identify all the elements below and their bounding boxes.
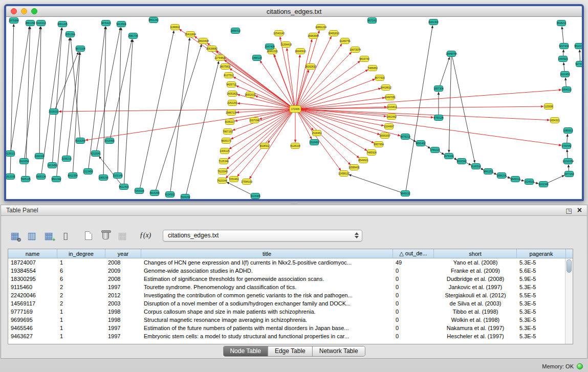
network-node[interactable]: 1654321: [550, 118, 560, 123]
table-settings-icon[interactable]: ▦⚙: [8, 229, 21, 242]
network-node[interactable]: 9104213: [36, 20, 46, 26]
network-node[interactable]: 9501342: [51, 177, 61, 182]
network-node[interactable]: 9425712: [226, 82, 236, 87]
network-node[interactable]: 9819743: [359, 56, 369, 62]
network-node[interactable]: 1085913: [563, 128, 573, 134]
network-edge[interactable]: [73, 52, 80, 173]
network-edge[interactable]: [39, 27, 41, 154]
network-node[interactable]: 2016033: [49, 109, 59, 115]
column-header-in_degree[interactable]: in_degree: [57, 249, 105, 258]
network-edge[interactable]: [298, 70, 368, 107]
table-row[interactable]: 1938455462009Genome-wide association stu…: [8, 267, 565, 275]
network-node[interactable]: 8914250: [149, 190, 160, 196]
row-view-icon[interactable]: ▯: [59, 229, 72, 242]
network-node[interactable]: 8891402: [416, 141, 426, 146]
network-node[interactable]: 8790134: [433, 115, 444, 121]
network-node[interactable]: 8549921: [358, 158, 368, 163]
network-node[interactable]: 2207094: [249, 118, 259, 123]
zoom-button[interactable]: [31, 8, 37, 14]
network-node[interactable]: 1896413: [230, 28, 241, 34]
network-node[interactable]: 9845012: [510, 177, 520, 182]
network-node[interactable]: 1518451: [312, 130, 322, 136]
network-node[interactable]: 9028912: [259, 143, 270, 149]
column-header-short[interactable]: short: [434, 249, 517, 258]
function-builder-icon[interactable]: ƒ(x): [139, 229, 152, 242]
network-node[interactable]: 19448794: [446, 51, 457, 57]
network-node[interactable]: 16418612: [380, 85, 391, 91]
column-header-pagerank[interactable]: pagerank: [517, 249, 566, 258]
network-edge[interactable]: [298, 110, 374, 143]
table-row[interactable]: 946554611997Estimation of the future num…: [8, 324, 565, 332]
network-edge[interactable]: [118, 28, 121, 173]
split-pane-handle[interactable]: [291, 202, 298, 204]
network-edge[interactable]: [298, 110, 367, 150]
network-node[interactable]: 16640910: [295, 49, 306, 54]
network-node[interactable]: 7253461: [229, 177, 239, 182]
network-edge[interactable]: [186, 61, 219, 194]
network-node[interactable]: 16162615: [305, 64, 316, 70]
network-edge[interactable]: [231, 110, 292, 139]
network-node[interactable]: 7485853: [367, 65, 378, 71]
network-edge[interactable]: [236, 86, 292, 108]
table-row[interactable]: 969969511998Structural magnetic resonanc…: [8, 316, 565, 324]
network-node[interactable]: 7867183: [223, 129, 233, 135]
network-node[interactable]: 10861224: [315, 25, 326, 30]
network-node[interactable]: 1547409: [265, 44, 275, 50]
network-edge[interactable]: [228, 111, 292, 159]
table-row[interactable]: 977716911998Corpus callosum shape and si…: [8, 308, 565, 316]
network-edge[interactable]: [140, 31, 173, 188]
network-edge[interactable]: [156, 45, 202, 191]
network-node[interactable]: 9135021: [6, 151, 15, 157]
network-node[interactable]: 1309125: [220, 148, 230, 154]
network-edge[interactable]: [299, 89, 381, 108]
network-node[interactable]: 9134502: [165, 192, 175, 198]
network-node[interactable]: 9123405: [250, 193, 260, 199]
network-edge[interactable]: [111, 39, 132, 138]
network-node[interactable]: 7125346: [219, 159, 229, 164]
network-node[interactable]: 2013450: [104, 138, 115, 144]
table-row[interactable]: 1830029562008Estimation of significance …: [8, 275, 565, 283]
network-node[interactable]: 20638682: [206, 46, 217, 52]
close-panel-icon[interactable]: ×: [577, 206, 582, 214]
network-edge[interactable]: [567, 134, 568, 143]
network-node[interactable]: 2204697: [384, 124, 394, 129]
column-header-name[interactable]: name: [8, 249, 57, 258]
network-node[interactable]: 7485924: [366, 150, 377, 156]
table-row[interactable]: 1456911722003Disruption of a novel membe…: [8, 299, 565, 308]
import-table-icon[interactable]: ▦+: [42, 229, 55, 242]
network-edge[interactable]: [11, 27, 29, 151]
network-node[interactable]: 1957304: [433, 86, 444, 92]
network-edge[interactable]: [124, 39, 133, 184]
network-edge[interactable]: [567, 149, 568, 159]
network-canvas[interactable]: 1724061186602154118641962040820638682127…: [6, 17, 582, 199]
close-button[interactable]: [11, 8, 17, 14]
network-node[interactable]: 15963544: [308, 33, 319, 39]
network-node[interactable]: 1468120: [252, 55, 262, 61]
network-node[interactable]: 10589431: [349, 165, 360, 170]
network-node[interactable]: 14051823: [227, 91, 238, 97]
network-edge[interactable]: [449, 56, 451, 152]
network-node[interactable]: 8561243: [148, 17, 159, 23]
network-table-dropdown[interactable]: citations_edges.txt: [163, 230, 362, 242]
network-node[interactable]: 9612403: [119, 184, 129, 190]
network-node[interactable]: 9845032: [400, 191, 410, 196]
network-node[interactable]: 1085230: [98, 175, 108, 181]
network-node[interactable]: 2182104: [34, 154, 45, 159]
network-node[interactable]: 9413504: [116, 21, 126, 27]
network-node[interactable]: 12754811: [214, 55, 226, 61]
tab-network-table[interactable]: Network Table: [313, 346, 365, 356]
network-edge[interactable]: [230, 69, 292, 108]
merge-table-icon[interactable]: ▦: [116, 229, 129, 242]
network-node[interactable]: 17594103: [241, 179, 252, 185]
network-node[interactable]: 6791123: [430, 147, 440, 153]
table-row[interactable]: 946362711997Embryonic stem cells: a mode…: [8, 332, 565, 340]
network-node[interactable]: 3876423: [101, 20, 111, 26]
network-node[interactable]: 11254419: [280, 42, 292, 48]
network-node[interactable]: 8181304: [428, 19, 439, 25]
network-edge[interactable]: [170, 38, 190, 192]
network-window-titlebar[interactable]: citations_edges.txt: [6, 6, 582, 17]
float-panel-icon[interactable]: ◳: [565, 207, 572, 214]
column-header-year[interactable]: year: [105, 249, 141, 258]
table-row[interactable]: 1872400712008Changes of HCN gene express…: [8, 258, 565, 267]
network-node[interactable]: 1444923: [558, 56, 568, 62]
